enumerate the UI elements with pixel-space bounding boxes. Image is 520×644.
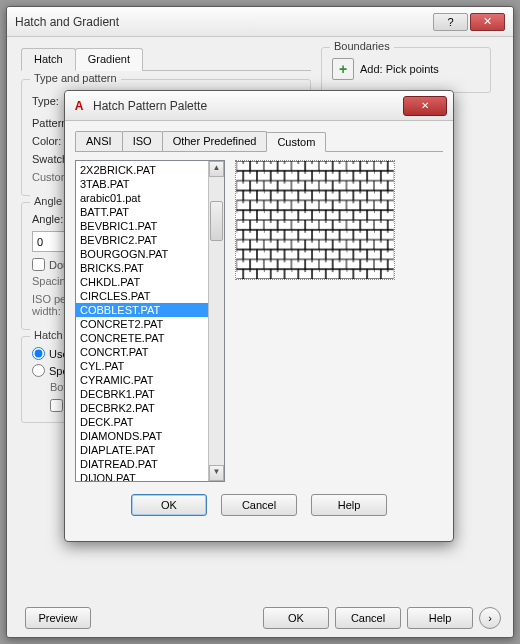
palette-close-button[interactable]: ✕ bbox=[403, 96, 447, 116]
pattern-item[interactable]: DECK.PAT bbox=[76, 415, 208, 429]
pattern-item[interactable]: 3TAB.PAT bbox=[76, 177, 208, 191]
palette-ok-button[interactable]: OK bbox=[131, 494, 207, 516]
plus-icon: + bbox=[339, 61, 347, 77]
pattern-item[interactable]: arabic01.pat bbox=[76, 191, 208, 205]
palette-titlebar: A Hatch Pattern Palette ✕ bbox=[65, 91, 453, 121]
add-pick-label: Add: Pick points bbox=[360, 63, 439, 75]
pattern-list-container: 2X2BRICK.PAT3TAB.PATarabic01.patBATT.PAT… bbox=[75, 160, 225, 482]
double-check[interactable] bbox=[32, 258, 45, 271]
palette-button-row: OK Cancel Help bbox=[75, 494, 443, 516]
pattern-item[interactable]: DECBRK2.PAT bbox=[76, 401, 208, 415]
pattern-item[interactable]: DIATREAD.PAT bbox=[76, 457, 208, 471]
chevron-right-icon: › bbox=[488, 612, 492, 624]
pattern-item[interactable]: CYL.PAT bbox=[76, 359, 208, 373]
group-boundaries: Boundaries + Add: Pick points bbox=[321, 47, 491, 93]
preview-pane bbox=[235, 160, 395, 482]
expand-button[interactable]: › bbox=[479, 607, 501, 629]
store-default-check[interactable] bbox=[50, 399, 63, 412]
tab-iso[interactable]: ISO bbox=[122, 131, 163, 151]
help-button[interactable]: Help bbox=[407, 607, 473, 629]
use-current-radio[interactable] bbox=[32, 347, 45, 360]
pattern-item[interactable]: DIJON.PAT bbox=[76, 471, 208, 481]
pattern-item[interactable]: BRICKS.PAT bbox=[76, 261, 208, 275]
palette-tabs: ANSI ISO Other Predefined Custom bbox=[75, 131, 443, 152]
preview-button[interactable]: Preview bbox=[25, 607, 91, 629]
pattern-item[interactable]: CYRAMIC.PAT bbox=[76, 373, 208, 387]
palette-body: ANSI ISO Other Predefined Custom 2X2BRIC… bbox=[65, 121, 453, 526]
svg-rect-10 bbox=[236, 161, 393, 279]
pattern-item[interactable]: CONCRET2.PAT bbox=[76, 317, 208, 331]
palette-title: Hatch Pattern Palette bbox=[93, 99, 403, 113]
pattern-preview bbox=[235, 160, 395, 280]
scrollbar[interactable]: ▲ ▼ bbox=[208, 161, 224, 481]
tab-gradient[interactable]: Gradient bbox=[75, 48, 143, 71]
tab-hatch[interactable]: Hatch bbox=[21, 48, 76, 71]
main-tabs: Hatch Gradient bbox=[21, 47, 311, 71]
pattern-item[interactable]: DIAPLATE.PAT bbox=[76, 443, 208, 457]
add-pick-icon-button[interactable]: + bbox=[332, 58, 354, 80]
pattern-item[interactable]: BOURGOGN.PAT bbox=[76, 247, 208, 261]
bottom-button-row: Preview OK Cancel Help › bbox=[263, 607, 501, 629]
pattern-item[interactable]: DECBRK1.PAT bbox=[76, 387, 208, 401]
hatch-pattern-palette-dialog: A Hatch Pattern Palette ✕ ANSI ISO Other… bbox=[64, 90, 454, 542]
specified-radio[interactable] bbox=[32, 364, 45, 377]
close-titlebar-button[interactable]: ✕ bbox=[470, 13, 505, 31]
scroll-down-arrow[interactable]: ▼ bbox=[209, 465, 224, 481]
ok-button[interactable]: OK bbox=[263, 607, 329, 629]
group-title: Boundaries bbox=[330, 40, 394, 52]
pattern-item[interactable]: CONCRETE.PAT bbox=[76, 331, 208, 345]
pattern-item[interactable]: BEVBRIC2.PAT bbox=[76, 233, 208, 247]
palette-help-button[interactable]: Help bbox=[311, 494, 387, 516]
scroll-thumb[interactable] bbox=[210, 201, 223, 241]
tab-other-predefined[interactable]: Other Predefined bbox=[162, 131, 268, 151]
group-title: Type and pattern bbox=[30, 72, 121, 84]
pattern-item[interactable]: CHKDL.PAT bbox=[76, 275, 208, 289]
pattern-item[interactable]: CONCRT.PAT bbox=[76, 345, 208, 359]
pattern-item[interactable]: 2X2BRICK.PAT bbox=[76, 163, 208, 177]
help-titlebar-button[interactable]: ? bbox=[433, 13, 468, 31]
brick-pattern-icon bbox=[236, 161, 394, 279]
main-title: Hatch and Gradient bbox=[15, 15, 431, 29]
scroll-up-arrow[interactable]: ▲ bbox=[209, 161, 224, 177]
palette-cancel-button[interactable]: Cancel bbox=[221, 494, 297, 516]
pattern-list[interactable]: 2X2BRICK.PAT3TAB.PATarabic01.patBATT.PAT… bbox=[76, 161, 208, 481]
main-titlebar: Hatch and Gradient ? ✕ bbox=[7, 7, 513, 37]
pattern-item[interactable]: COBBLEST.PAT bbox=[76, 303, 208, 317]
cancel-button[interactable]: Cancel bbox=[335, 607, 401, 629]
pattern-item[interactable]: CIRCLES.PAT bbox=[76, 289, 208, 303]
tab-custom[interactable]: Custom bbox=[266, 132, 326, 152]
pattern-item[interactable]: BATT.PAT bbox=[76, 205, 208, 219]
pattern-item[interactable]: DIAMONDS.PAT bbox=[76, 429, 208, 443]
tab-ansi[interactable]: ANSI bbox=[75, 131, 123, 151]
pattern-item[interactable]: BEVBRIC1.PAT bbox=[76, 219, 208, 233]
app-icon: A bbox=[71, 98, 87, 114]
palette-content: 2X2BRICK.PAT3TAB.PATarabic01.patBATT.PAT… bbox=[75, 160, 443, 482]
